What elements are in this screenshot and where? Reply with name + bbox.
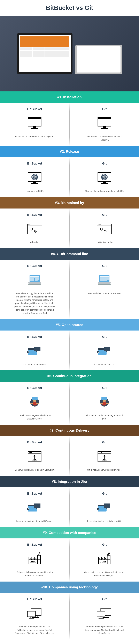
transfer-window-icon xyxy=(96,449,113,464)
chat-code-icon xyxy=(96,500,113,515)
right-text: Installation is done on Local Machine (L… xyxy=(84,135,125,142)
comparison-row: BitBucket we make the copy in the local … xyxy=(0,260,139,319)
factory-icon xyxy=(96,552,113,566)
left-icon-box xyxy=(6,114,64,132)
title-bar: BitBucket vs Git xyxy=(0,0,139,16)
left-icon-box xyxy=(6,342,64,360)
right-column: Git Command-line commands are used. xyxy=(70,260,139,319)
person-top-icon xyxy=(26,395,43,410)
section-header: #3. Maintained by xyxy=(0,197,139,208)
left-label: BitBucket xyxy=(6,213,64,217)
right-text: Git is not a Continuous Integration tool… xyxy=(84,414,125,420)
left-label: BitBucket xyxy=(6,597,64,601)
comparison-row: BitBucket Installation is done on the co… xyxy=(0,103,139,146)
settings-window-icon xyxy=(26,222,43,236)
left-text: It is not an open-source. xyxy=(14,363,55,366)
comparison-row: BitBucket Atlassian Git LINUX foundation xyxy=(0,208,139,248)
section-header: #5. Open-source xyxy=(0,319,139,330)
right-column: Git The very first release was done in 2… xyxy=(70,157,139,197)
left-label: BitBucket xyxy=(6,543,64,546)
right-label: Git xyxy=(76,492,133,496)
right-text: Integration in Jira is not done in Git. xyxy=(84,520,125,523)
right-text: Git is having a competition with Mercuri… xyxy=(84,570,125,577)
left-icon-box xyxy=(6,220,64,238)
chat-code-icon xyxy=(26,500,43,515)
right-label: Git xyxy=(76,597,133,601)
left-column: BitBucket Some of the companies that use… xyxy=(0,593,69,639)
comparison-row: BitBucket Continuous Integration is done… xyxy=(0,382,139,425)
right-column: Git LINUX foundation xyxy=(70,208,139,248)
right-icon-box xyxy=(76,272,133,289)
left-label: BitBucket xyxy=(6,335,64,339)
right-label: Git xyxy=(76,107,133,111)
laptop-mockup xyxy=(76,45,122,74)
right-icon-box xyxy=(76,605,133,622)
right-column: Git It is an Open Source. xyxy=(70,330,139,370)
left-label: BitBucket xyxy=(6,492,64,496)
left-label: BitBucket xyxy=(6,107,64,111)
desktop-icon xyxy=(96,116,113,130)
section-6: #6. Continuous Integration BitBucket Con… xyxy=(0,370,139,425)
section-8: #8. Integration in Jira BitBucket Integr… xyxy=(0,476,139,527)
right-column: Git Integration in Jira is not done in G… xyxy=(70,487,139,527)
left-icon-box xyxy=(6,394,64,411)
left-column: BitBucket we make the copy in the local … xyxy=(0,260,69,319)
monitor-mockup xyxy=(17,33,72,74)
left-column: BitBucket Launched in 2008. xyxy=(0,157,69,197)
left-label: BitBucket xyxy=(6,264,64,268)
globe-icon xyxy=(96,170,113,185)
right-column: Git Git is not a Continuous Integration … xyxy=(70,382,139,425)
section-4: #4. GUI/Command line BitBucket we make t… xyxy=(0,248,139,319)
right-icon-box xyxy=(76,550,133,568)
right-text: LINUX foundation xyxy=(84,241,125,244)
left-icon-box xyxy=(6,550,64,568)
section-9: #9. Competition with companies BitBucket… xyxy=(0,527,139,582)
section-header: #10. Companies using technology xyxy=(0,582,139,593)
comparison-row: BitBucket Bitbucket is having a competit… xyxy=(0,538,139,582)
left-icon-box xyxy=(6,169,64,186)
right-icon-box xyxy=(76,114,133,132)
right-icon-box xyxy=(76,169,133,186)
right-icon-box xyxy=(76,342,133,360)
right-column: Git Some of the companies that use Git i… xyxy=(70,593,139,639)
chat-code-icon xyxy=(96,344,113,358)
comparison-row: BitBucket Integration in Jira is done in… xyxy=(0,487,139,527)
footer: www.educba.com xyxy=(0,639,139,644)
right-text: It is an Open Source. xyxy=(84,363,125,366)
factory-icon xyxy=(26,552,43,566)
right-icon-box xyxy=(76,220,133,238)
left-text: Integration in Jira is done in BitBucket… xyxy=(14,520,55,523)
right-icon-box xyxy=(76,499,133,516)
left-text: Atlassian xyxy=(14,241,55,244)
left-column: BitBucket Installation is done on the co… xyxy=(0,103,69,146)
monitors-icon xyxy=(96,606,113,621)
right-label: Git xyxy=(76,386,133,390)
section-header: #2. Release xyxy=(0,146,139,157)
comparison-row: BitBucket Launched in 2008. Git The very… xyxy=(0,157,139,197)
monitors-icon xyxy=(26,606,43,621)
section-1: #1. Installation BitBucket Installation … xyxy=(0,92,139,146)
left-column: BitBucket Continuous Delivery is done in… xyxy=(0,436,69,476)
section-10: #10. Companies using technology BitBucke… xyxy=(0,582,139,639)
left-icon-box xyxy=(6,448,64,465)
left-text: Launched in 2008. xyxy=(14,190,55,193)
transfer-window-icon xyxy=(26,449,43,464)
globe-icon xyxy=(26,170,43,185)
right-column: Git Installation is done on Local Machin… xyxy=(70,103,139,146)
right-label: Git xyxy=(76,264,133,268)
section-3: #3. Maintained by BitBucket Atlassian Gi… xyxy=(0,197,139,248)
laptop-icon xyxy=(26,273,43,288)
page-title: BitBucket vs Git xyxy=(0,4,139,11)
left-text: Continuous Delivery is done in BitBucket… xyxy=(14,468,55,472)
right-column: Git Git is having a competition with Mer… xyxy=(70,538,139,582)
left-label: BitBucket xyxy=(6,386,64,390)
right-text: Command-line commands are used. xyxy=(84,292,125,295)
right-label: Git xyxy=(76,543,133,546)
right-label: Git xyxy=(76,335,133,339)
section-header: #9. Competition with companies xyxy=(0,527,139,538)
right-text: Some of the companies that use Git in th… xyxy=(84,625,125,635)
left-label: BitBucket xyxy=(6,162,64,166)
section-header: #7. Continuous Delivery xyxy=(0,425,139,436)
right-label: Git xyxy=(76,440,133,444)
hero-image xyxy=(0,16,139,92)
